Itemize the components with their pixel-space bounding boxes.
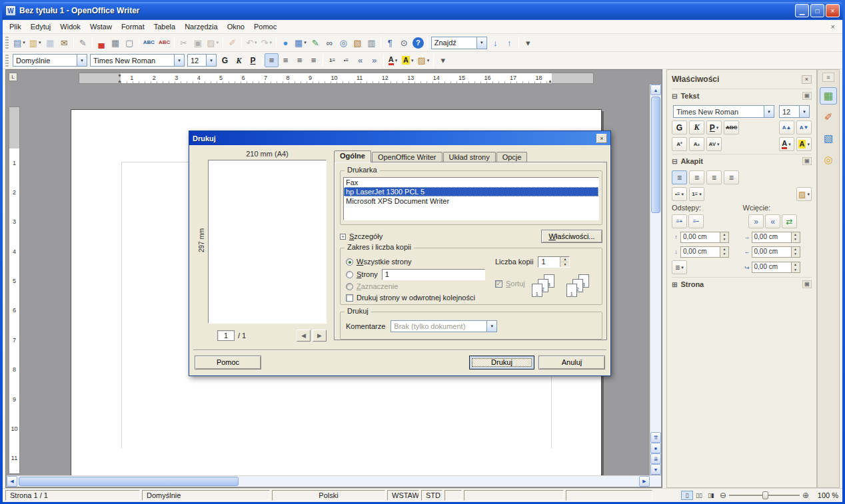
new-document-icon-dropdown[interactable]: ▾	[23, 40, 25, 45]
redo-icon-dropdown[interactable]: ▾	[269, 40, 272, 45]
right-indent-marker[interactable]: ▲	[548, 79, 552, 83]
paragraph-background-button-dropdown[interactable]: ▾	[807, 192, 810, 197]
tab-openoffice-writer[interactable]: OpenOffice Writer	[372, 152, 442, 162]
align-center-button[interactable]: ≡	[689, 170, 704, 184]
pages-radio[interactable]	[346, 271, 353, 278]
underline-button-dropdown[interactable]: ▾	[716, 125, 719, 130]
menu-edytuj[interactable]: Edytuj	[26, 21, 56, 33]
vertical-scrollbar[interactable]: ▲ ⇈ ● ⇊ ▼	[650, 85, 661, 475]
preview-previous-button[interactable]: ◀	[297, 330, 311, 342]
find-replace-icon[interactable]: ∞	[323, 36, 337, 50]
table-icon[interactable]: ▦▾	[293, 36, 309, 50]
cancel-button[interactable]: Anuluj	[538, 356, 605, 370]
print-icon[interactable]: ▦	[109, 36, 123, 50]
font-color-icon[interactable]: A▾	[386, 53, 400, 67]
paragraph-section-header[interactable]: ⊟ Akapit ▣	[672, 154, 812, 168]
zoom-out-icon[interactable]: ⊖	[720, 491, 726, 499]
status-page-field[interactable]: Strona 1 / 1	[5, 490, 140, 501]
page-panel-menu-icon[interactable]: ▣	[802, 280, 812, 288]
bold-button[interactable]: G	[672, 121, 687, 134]
copies-spinner[interactable]: 1 ▲▼	[538, 256, 570, 268]
indent-before-field[interactable]: → 0,00 cm ▲▼	[743, 231, 800, 243]
status-insert-mode-field[interactable]: WSTAW	[387, 490, 419, 501]
underline-button[interactable]: P▾	[706, 121, 722, 134]
chevron-down-icon[interactable]: ▾	[799, 106, 809, 117]
next-page-icon[interactable]: ⇊	[650, 453, 661, 464]
format-paintbrush-icon[interactable]: ✐	[225, 36, 239, 50]
minimize-button[interactable]: ▁	[795, 4, 809, 17]
zoom-slider-thumb[interactable]	[762, 491, 768, 499]
align-justify-icon[interactable]: ≡	[307, 53, 321, 67]
background-color-icon[interactable]: ▨▾	[415, 53, 431, 67]
save-icon[interactable]: ▦	[43, 36, 57, 50]
menu-wstaw[interactable]: Wstaw	[85, 21, 117, 33]
collapse-icon[interactable]: ⊟	[672, 93, 677, 100]
export-pdf-icon[interactable]: ▄	[95, 36, 109, 50]
text-section-header[interactable]: ⊟ Tekst ▣	[672, 89, 812, 103]
font-color-icon-dropdown[interactable]: ▾	[395, 58, 398, 63]
document-close-icon[interactable]: ×	[826, 23, 840, 31]
sidebar-font-select[interactable]: Times New Roman ▾	[673, 105, 774, 118]
navigator-icon[interactable]: ◎	[337, 36, 351, 50]
font-name-select[interactable]: Times New Roman ▾	[90, 54, 185, 67]
sidebar-close-button[interactable]: ×	[802, 75, 812, 84]
highlighting-button[interactable]: A▾	[796, 137, 812, 151]
gallery-deck-icon[interactable]: ▧	[820, 130, 837, 147]
indent-after-spinner[interactable]: ▲▼	[792, 246, 800, 258]
align-left-icon[interactable]: ≡	[265, 53, 279, 67]
preview-page-number[interactable]: 1	[217, 330, 235, 341]
styles-deck-icon[interactable]: ✐	[820, 109, 837, 126]
close-button[interactable]: ×	[826, 4, 840, 17]
highlighting-icon-dropdown[interactable]: ▾	[411, 58, 414, 63]
font-size-select[interactable]: 12 ▾	[187, 54, 217, 67]
numbered-list-button-dropdown[interactable]: ▾	[699, 192, 702, 197]
align-left-button[interactable]: ≡	[672, 170, 687, 184]
preview-next-button[interactable]: ▶	[313, 330, 327, 342]
align-right-button[interactable]: ≡	[706, 170, 722, 184]
align-justify-button[interactable]: ≡	[724, 170, 739, 184]
sidebar-menu-icon[interactable]: ≡	[822, 73, 834, 82]
first-line-indent-field[interactable]: ↪ 0,00 cm ▲▼	[743, 262, 800, 274]
printer-item[interactable]: Microsoft XPS Document Writer	[344, 196, 598, 206]
paragraph-style-select[interactable]: Domyślnie ▾	[13, 54, 87, 67]
find-previous-icon[interactable]: ↑	[502, 36, 516, 50]
space-above-field[interactable]: ↑ 0,00 cm ▲▼	[672, 231, 729, 243]
chevron-down-icon[interactable]: ▾	[77, 55, 87, 66]
menu-okno[interactable]: Okno	[223, 21, 249, 33]
superscript-button[interactable]: A²	[672, 137, 687, 151]
italic-button[interactable]: K	[689, 121, 704, 134]
zoom-icon[interactable]: ⊙	[397, 36, 411, 50]
navigator-deck-icon[interactable]: ◎	[820, 151, 837, 168]
paste-icon-dropdown[interactable]: ▾	[217, 40, 219, 45]
printer-properties-button[interactable]: Właściwości...	[541, 230, 602, 243]
scroll-left-icon[interactable]: ◀	[7, 476, 17, 487]
zoom-slider[interactable]	[729, 491, 800, 499]
decrease-font-button[interactable]: A▼	[796, 121, 812, 134]
decrease-spacing-button[interactable]: ≡−	[688, 214, 704, 228]
previous-page-icon[interactable]: ⇈	[650, 432, 661, 443]
find-next-icon[interactable]: ↓	[488, 36, 502, 50]
printer-item[interactable]: hp LaserJet 1300 PCL 5	[344, 187, 598, 196]
horizontal-scroll-thumb[interactable]	[19, 477, 239, 486]
vertical-ruler[interactable]: 1234567891011	[9, 85, 20, 475]
redo-icon[interactable]: ↷▾	[259, 36, 274, 50]
menu-widok[interactable]: Widok	[55, 21, 85, 33]
font-color-button[interactable]: A▾	[779, 137, 794, 151]
sidebar-size-select[interactable]: 12 ▾	[779, 105, 810, 118]
pages-input[interactable]: 1	[382, 269, 485, 280]
space-above-spinner[interactable]: ▲▼	[720, 232, 729, 243]
horizontal-scroll-track[interactable]	[17, 476, 639, 487]
zoom-in-icon[interactable]: ⊕	[802, 491, 809, 499]
first-line-indent-spinner[interactable]: ▲▼	[792, 262, 800, 273]
character-spacing-button[interactable]: AV▾	[706, 137, 722, 151]
expand-icon[interactable]: ⊞	[672, 281, 677, 288]
chevron-down-icon[interactable]: ▾	[174, 55, 184, 66]
toolbar-options-icon[interactable]: ▾	[521, 36, 535, 50]
strikethrough-button[interactable]: ABC	[724, 121, 739, 134]
align-center-icon[interactable]: ≡	[279, 53, 293, 67]
increase-spacing-button[interactable]: ≡+	[672, 214, 687, 228]
numbered-list-button[interactable]: 1≡▾	[689, 187, 704, 201]
drawing-icon[interactable]: ✎	[309, 36, 323, 50]
zoom-level[interactable]: 100 %	[812, 491, 838, 499]
all-pages-radio[interactable]	[346, 258, 353, 266]
